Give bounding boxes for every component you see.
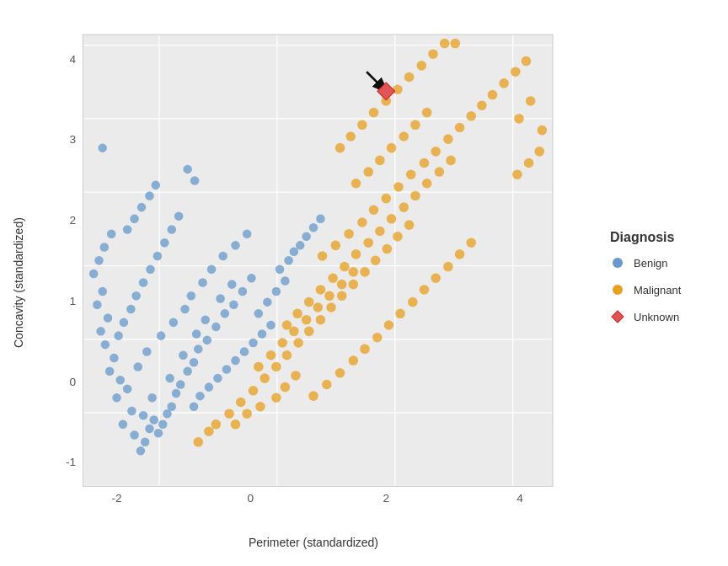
svg-point-36	[165, 374, 174, 383]
svg-point-78	[114, 331, 123, 340]
svg-point-207	[322, 380, 332, 390]
plot-inner: -2 0 2 4 -1 0 1 2 3 4	[25, 17, 602, 549]
svg-point-92	[145, 191, 154, 200]
svg-point-57	[110, 354, 119, 363]
svg-point-168	[351, 179, 361, 189]
svg-point-40	[194, 344, 203, 354]
svg-point-32	[167, 403, 176, 412]
svg-point-182	[337, 280, 347, 290]
svg-text:3: 3	[70, 133, 77, 146]
svg-point-98	[205, 382, 214, 392]
svg-point-53	[112, 393, 121, 403]
svg-point-63	[134, 362, 143, 371]
svg-point-47	[216, 294, 225, 303]
svg-point-107	[263, 297, 272, 307]
svg-point-157	[406, 169, 416, 179]
svg-point-217	[443, 262, 453, 272]
svg-point-181	[324, 291, 335, 302]
svg-point-200	[512, 169, 522, 179]
svg-point-119	[236, 398, 246, 408]
svg-point-132	[383, 244, 393, 254]
svg-text:-2: -2	[111, 492, 121, 505]
svg-point-201	[524, 158, 534, 168]
svg-point-159	[431, 147, 441, 157]
svg-point-218	[455, 249, 465, 259]
svg-point-212	[384, 320, 394, 330]
svg-text:2: 2	[383, 492, 389, 505]
svg-point-213	[395, 309, 405, 319]
svg-point-222	[291, 371, 301, 381]
svg-point-56	[105, 366, 115, 376]
svg-point-203	[538, 125, 548, 136]
svg-point-188	[255, 402, 265, 412]
benign-circle-icon	[613, 258, 623, 268]
svg-point-134	[404, 220, 415, 230]
svg-point-62	[98, 287, 107, 296]
svg-point-186	[231, 419, 241, 430]
svg-point-137	[304, 297, 314, 307]
svg-point-48	[238, 287, 248, 296]
svg-point-37	[183, 366, 192, 376]
svg-point-72	[231, 241, 240, 250]
svg-point-202	[534, 147, 544, 157]
svg-point-52	[119, 420, 128, 430]
svg-point-197	[428, 49, 438, 59]
svg-text:2: 2	[70, 214, 77, 227]
svg-point-142	[363, 238, 373, 248]
malignant-circle-icon	[613, 285, 623, 295]
svg-point-58	[101, 340, 110, 350]
svg-point-148	[435, 167, 445, 177]
svg-point-125	[304, 327, 314, 337]
svg-point-93	[152, 181, 161, 190]
svg-point-151	[331, 241, 341, 251]
svg-point-28	[139, 411, 148, 420]
svg-point-121	[260, 373, 270, 383]
svg-point-124	[293, 338, 303, 348]
svg-point-150	[318, 251, 328, 261]
svg-point-110	[276, 264, 285, 274]
svg-point-215	[420, 285, 430, 295]
legend-item-benign: Benign	[610, 255, 720, 270]
svg-point-198	[440, 39, 450, 49]
unknown-diamond-icon	[611, 310, 624, 323]
svg-point-79	[120, 318, 129, 328]
svg-point-205	[514, 114, 524, 124]
svg-point-179	[302, 315, 312, 325]
svg-point-129	[349, 280, 359, 290]
svg-point-85	[160, 238, 169, 248]
svg-point-44	[201, 315, 210, 324]
svg-point-82	[139, 278, 148, 287]
svg-point-161	[455, 123, 465, 133]
svg-point-76	[100, 243, 110, 252]
svg-point-180	[313, 302, 323, 312]
svg-point-184	[193, 437, 203, 447]
svg-point-73	[243, 229, 252, 238]
svg-point-68	[187, 291, 196, 301]
plot-with-yaxis: Concavity (standardized)	[8, 17, 602, 549]
svg-point-67	[180, 305, 190, 314]
svg-point-75	[94, 256, 104, 265]
svg-point-127	[326, 302, 336, 312]
svg-point-219	[466, 238, 476, 248]
svg-point-42	[192, 329, 201, 339]
svg-point-64	[142, 347, 152, 356]
svg-point-192	[369, 108, 379, 118]
svg-point-189	[335, 143, 345, 153]
svg-point-29	[154, 429, 163, 438]
svg-point-50	[247, 274, 256, 283]
svg-point-60	[104, 313, 113, 323]
svg-point-160	[443, 134, 453, 144]
svg-point-74	[89, 270, 99, 279]
svg-point-38	[190, 358, 199, 367]
svg-point-170	[375, 156, 385, 166]
svg-point-138	[316, 285, 326, 295]
svg-point-109	[281, 276, 290, 286]
svg-point-103	[249, 339, 258, 348]
svg-point-120	[249, 386, 259, 396]
svg-text:0: 0	[70, 376, 77, 388]
svg-point-87	[174, 211, 184, 221]
svg-point-51	[127, 407, 136, 416]
svg-point-34	[172, 389, 181, 398]
legend-item-malignant: Malignant	[610, 282, 720, 297]
svg-point-141	[351, 249, 361, 259]
